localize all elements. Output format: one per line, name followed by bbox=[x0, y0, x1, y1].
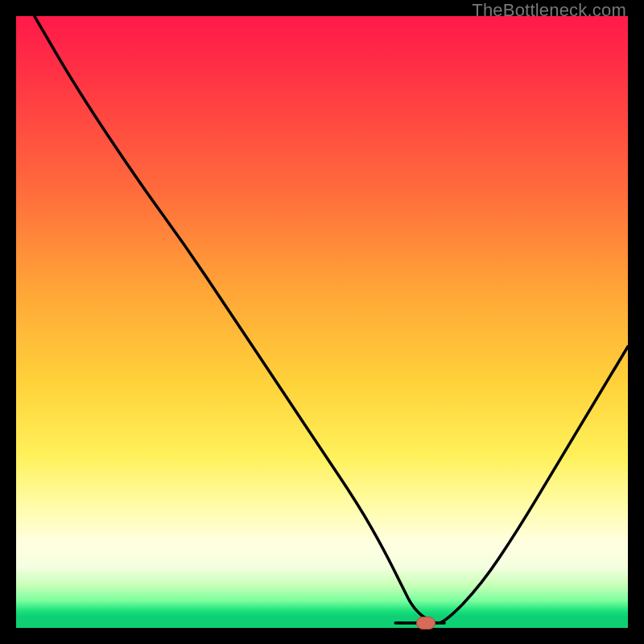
plot-area bbox=[16, 16, 628, 628]
heat-gradient-background bbox=[16, 16, 628, 628]
chart-frame: TheBottleneck.com bbox=[0, 0, 644, 644]
